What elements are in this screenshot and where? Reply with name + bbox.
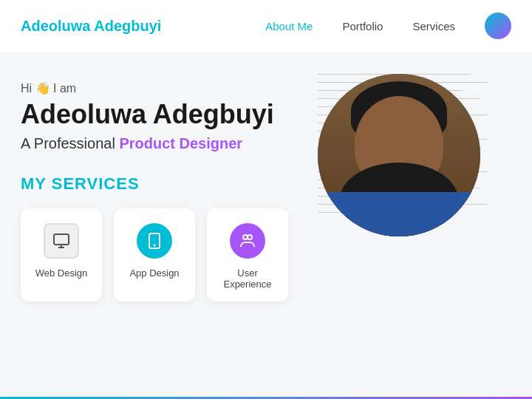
avatar[interactable] bbox=[485, 13, 511, 39]
ux-label: User Experience bbox=[219, 267, 276, 290]
svg-rect-0 bbox=[54, 234, 69, 245]
subtitle-highlight: Product Designer bbox=[119, 135, 242, 151]
subtitle-plain: A Professional bbox=[21, 135, 119, 151]
navbar: Adeoluwa Adegbuyi About Me Portfolio Ser… bbox=[0, 0, 532, 52]
nav-link-services[interactable]: Services bbox=[412, 20, 455, 33]
nav-link-about[interactable]: About Me bbox=[265, 20, 313, 33]
app-design-label: App Design bbox=[129, 267, 179, 279]
service-card-app[interactable]: App Design bbox=[114, 208, 195, 301]
profile-photo bbox=[318, 74, 480, 236]
app-design-icon bbox=[137, 223, 172, 259]
svg-point-6 bbox=[248, 235, 252, 239]
service-card-web[interactable]: Web Design bbox=[21, 208, 102, 301]
service-card-ux[interactable]: User Experience bbox=[207, 208, 288, 301]
nav-link-portfolio[interactable]: Portfolio bbox=[342, 20, 383, 33]
nav-links: About Me Portfolio Services bbox=[265, 20, 455, 33]
web-design-label: Web Design bbox=[35, 267, 88, 279]
site-logo[interactable]: Adeoluwa Adegbuyi bbox=[21, 18, 265, 35]
web-design-icon bbox=[44, 223, 79, 259]
main-section: Hi 👋 I am Adeoluwa Adegbuyi A Profession… bbox=[0, 52, 532, 399]
ux-icon bbox=[230, 223, 265, 259]
